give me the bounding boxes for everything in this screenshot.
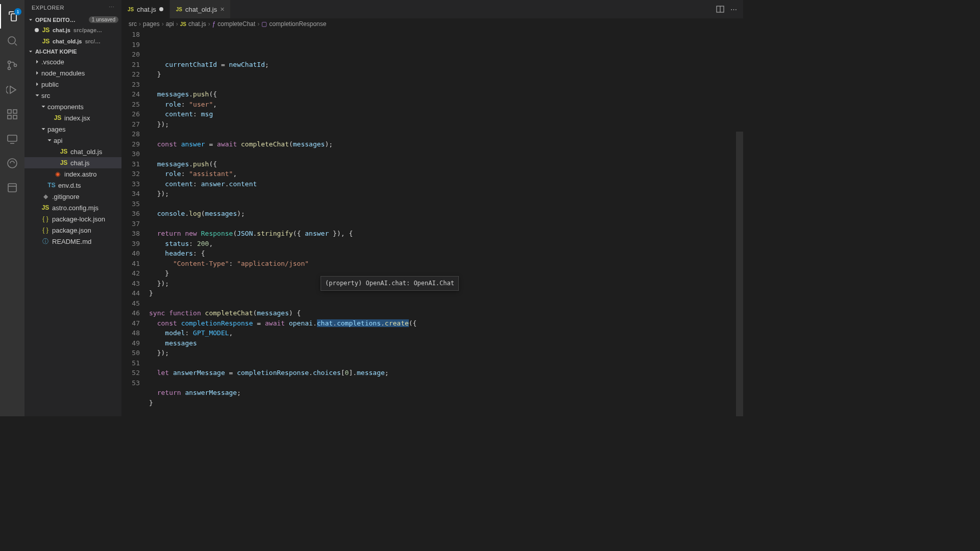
tree-item-label: .vscode bbox=[41, 58, 64, 66]
code-line[interactable]: messages bbox=[147, 338, 743, 348]
folder-item[interactable]: components bbox=[24, 101, 121, 112]
line-number: 23 bbox=[121, 80, 140, 90]
editor-tabs: JSchat.jsJSchat_old.js ⋯ bbox=[121, 0, 743, 18]
line-number: 50 bbox=[121, 348, 140, 358]
editor-tab[interactable]: JSchat_old.js bbox=[170, 0, 231, 18]
file-item[interactable]: JSchat_old.js bbox=[24, 146, 121, 157]
svg-rect-10 bbox=[8, 184, 16, 192]
extra-activity-icon-2[interactable] bbox=[0, 176, 24, 200]
unsaved-badge: 1 unsaved bbox=[89, 16, 118, 23]
explorer-activity-icon[interactable]: 1 bbox=[0, 4, 24, 29]
code-line[interactable]: currentChatId = newChatId; bbox=[147, 60, 743, 70]
code-line[interactable] bbox=[147, 80, 743, 90]
code-line[interactable]: }); bbox=[147, 189, 743, 199]
tree-item-label: components bbox=[47, 103, 84, 111]
js-file-icon: JS bbox=[60, 159, 68, 166]
file-item[interactable]: ◉index.astro bbox=[24, 168, 121, 180]
close-tab-icon[interactable] bbox=[220, 7, 224, 11]
svg-point-0 bbox=[8, 37, 15, 44]
folder-item[interactable]: .vscode bbox=[24, 56, 121, 67]
code-line[interactable]: return answerMessage; bbox=[147, 388, 743, 398]
code-line[interactable] bbox=[147, 149, 743, 159]
file-item[interactable]: { }package.json bbox=[24, 224, 121, 236]
breadcrumb-item[interactable]: api bbox=[166, 20, 174, 28]
code-line[interactable]: const completionResponse = await openai.… bbox=[147, 318, 743, 329]
code-line[interactable]: }); bbox=[147, 348, 743, 358]
open-editor-item[interactable]: JSchat_old.jssrc/… bbox=[24, 36, 121, 47]
folder-item[interactable]: api bbox=[24, 135, 121, 146]
breadcrumb-item[interactable]: ƒ completeChat bbox=[212, 20, 256, 28]
file-item[interactable]: JSindex.jsx bbox=[24, 112, 121, 123]
folder-item[interactable]: src bbox=[24, 90, 121, 101]
remote-activity-icon[interactable] bbox=[0, 127, 24, 151]
line-number: 42 bbox=[121, 268, 140, 279]
file-item[interactable]: TSenv.d.ts bbox=[24, 180, 121, 191]
breadcrumb-item[interactable]: ▢ completionResponse bbox=[261, 20, 326, 28]
code-line[interactable]: messages.push({ bbox=[147, 159, 743, 169]
code-line[interactable]: role: "user", bbox=[147, 99, 743, 110]
explorer-more-icon[interactable]: ⋯ bbox=[109, 4, 115, 11]
file-item[interactable]: ⓘREADME.md bbox=[24, 236, 121, 247]
code-content[interactable]: currentChatId = newChatId; } messages.pu… bbox=[147, 30, 743, 416]
tree-item-label: api bbox=[54, 137, 62, 144]
breadcrumb-item[interactable]: pages bbox=[143, 20, 160, 28]
split-editor-icon[interactable] bbox=[716, 5, 724, 13]
line-number: 39 bbox=[121, 239, 140, 249]
code-line[interactable] bbox=[147, 378, 743, 388]
breadcrumb-item[interactable]: src bbox=[129, 20, 137, 28]
workspace-header[interactable]: AI-CHAT KOPIE bbox=[24, 47, 121, 56]
code-line[interactable]: model: GPT_MODEL, bbox=[147, 328, 743, 338]
open-editors-header[interactable]: OPEN EDITO… 1 unsaved bbox=[24, 15, 121, 24]
dirty-indicator-icon[interactable] bbox=[159, 7, 163, 11]
code-line[interactable]: "Content-Type": "application/json" bbox=[147, 259, 743, 269]
extra-activity-icon-1[interactable] bbox=[0, 151, 24, 176]
file-item[interactable]: { }package-lock.json bbox=[24, 213, 121, 224]
file-item[interactable]: JSastro.config.mjs bbox=[24, 202, 121, 213]
open-editor-item[interactable]: JSchat.jssrc/page… bbox=[24, 24, 121, 36]
editor-tab[interactable]: JSchat.js bbox=[121, 0, 170, 18]
code-line[interactable] bbox=[147, 129, 743, 139]
explorer-title: EXPLORER ⋯ bbox=[24, 0, 121, 15]
tab-more-icon[interactable]: ⋯ bbox=[730, 6, 737, 13]
readme-icon: ⓘ bbox=[41, 237, 50, 246]
code-line[interactable]: return new Response(JSON.stringify({ ans… bbox=[147, 229, 743, 239]
code-line[interactable]: } bbox=[147, 398, 743, 408]
code-line[interactable]: status: 200, bbox=[147, 239, 743, 249]
folder-item[interactable]: node_modules bbox=[24, 67, 121, 79]
code-editor[interactable]: 1819202122232425262728293031323334353637… bbox=[121, 30, 743, 416]
code-line[interactable]: const answer = await completeChat(messag… bbox=[147, 139, 743, 149]
dirty-indicator-icon bbox=[35, 28, 39, 32]
code-line[interactable] bbox=[147, 199, 743, 209]
code-line[interactable]: } bbox=[147, 69, 743, 80]
code-line[interactable]: 💡sync function completeChat(messages) { bbox=[147, 308, 743, 318]
file-item[interactable]: ◆.gitignore bbox=[24, 191, 121, 202]
code-line[interactable]: messages.push({ bbox=[147, 89, 743, 99]
code-line[interactable]: }); bbox=[147, 119, 743, 130]
folder-item[interactable]: public bbox=[24, 79, 121, 90]
code-line[interactable]: content: msg bbox=[147, 109, 743, 119]
code-line[interactable]: headers: { bbox=[147, 248, 743, 259]
minimap[interactable] bbox=[736, 30, 743, 416]
breadcrumbs[interactable]: src›pages›api›JS chat.js›ƒ completeChat›… bbox=[121, 18, 743, 30]
breadcrumb-separator: › bbox=[139, 20, 141, 28]
source-control-activity-icon[interactable] bbox=[0, 53, 24, 78]
search-activity-icon[interactable] bbox=[0, 29, 24, 53]
code-line[interactable] bbox=[147, 358, 743, 368]
breadcrumb-separator: › bbox=[208, 20, 210, 28]
debug-activity-icon[interactable] bbox=[0, 78, 24, 102]
breadcrumb-item[interactable]: JS chat.js bbox=[180, 20, 206, 28]
code-line[interactable] bbox=[147, 219, 743, 229]
line-number: 35 bbox=[121, 199, 140, 209]
js-file-icon: JS bbox=[60, 148, 68, 155]
code-line[interactable]: console.log(messages); bbox=[147, 209, 743, 219]
code-line[interactable] bbox=[147, 298, 743, 309]
code-line[interactable]: role: "assistant", bbox=[147, 169, 743, 179]
code-line[interactable]: content: answer.content bbox=[147, 179, 743, 189]
tree-item-label: index.astro bbox=[64, 170, 97, 178]
code-line[interactable] bbox=[147, 408, 743, 416]
extensions-activity-icon[interactable] bbox=[0, 102, 24, 127]
folder-item[interactable]: pages bbox=[24, 123, 121, 135]
file-item[interactable]: JSchat.js bbox=[24, 157, 121, 168]
line-number: 47 bbox=[121, 318, 140, 329]
code-line[interactable]: let answerMessage = completionResponse.c… bbox=[147, 368, 743, 378]
